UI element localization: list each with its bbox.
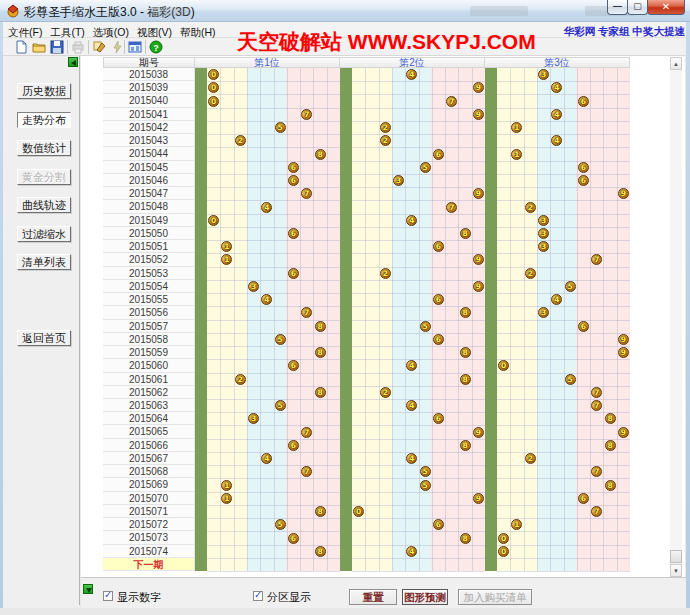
period-label: 2015043 xyxy=(103,134,195,147)
section-separator xyxy=(340,68,352,571)
number-ball: 5 xyxy=(565,374,576,385)
number-ball: 5 xyxy=(420,466,431,477)
number-ball: 7 xyxy=(301,109,312,120)
number-ball: 2 xyxy=(380,387,391,398)
minimize-button[interactable]: — xyxy=(607,0,628,15)
number-ball: 2 xyxy=(235,135,246,146)
sidebar-button-5[interactable]: 曲线轨迹 xyxy=(17,197,71,213)
number-ball: 2 xyxy=(525,268,536,279)
number-ball: 0 xyxy=(498,533,509,544)
number-ball: 8 xyxy=(605,413,616,424)
down-arrow-icon xyxy=(86,588,92,593)
number-ball: 5 xyxy=(275,334,286,345)
number-ball: 0 xyxy=(498,546,509,557)
open-folder-icon[interactable] xyxy=(32,40,46,54)
number-ball: 8 xyxy=(315,347,326,358)
period-label: 2015051 xyxy=(103,240,195,253)
left-arrow-icon xyxy=(71,60,76,66)
period-label: 2015042 xyxy=(103,121,195,134)
scroll-up-button[interactable]: ▲ xyxy=(670,57,682,70)
title-bar: 彩尊圣手缩水王版3.0 - 福彩(3D) — ▢ ✕ xyxy=(0,0,690,22)
number-ball: 8 xyxy=(315,387,326,398)
period-label: 2015039 xyxy=(103,81,195,94)
close-button[interactable]: ✕ xyxy=(647,0,685,15)
number-ball: 6 xyxy=(288,533,299,544)
format-brush-icon[interactable] xyxy=(92,40,106,54)
number-ball: 6 xyxy=(578,96,589,107)
sidebar-button-4: 黄金分割 xyxy=(17,169,71,185)
vertical-scrollbar[interactable]: ▲ ▼ xyxy=(670,57,682,577)
ghost-window-text xyxy=(470,6,528,16)
scroll-thumb[interactable] xyxy=(670,550,682,563)
period-label: 2015062 xyxy=(103,386,195,399)
toolbar-separator xyxy=(88,40,89,54)
period-label: 2015063 xyxy=(103,399,195,412)
number-ball: 9 xyxy=(473,427,484,438)
sidebar-button-3[interactable]: 数值统计 xyxy=(17,140,71,156)
scroll-down-button[interactable]: ▼ xyxy=(670,564,682,577)
footer-button-1[interactable]: 重置 xyxy=(349,589,397,605)
period-label: 2015055 xyxy=(103,293,195,306)
section-separator xyxy=(195,68,207,571)
number-ball: 8 xyxy=(460,533,471,544)
number-ball: 9 xyxy=(473,109,484,120)
number-ball: 6 xyxy=(578,321,589,332)
number-ball: 0 xyxy=(208,215,219,226)
number-ball: 9 xyxy=(473,281,484,292)
period-label: 2015071 xyxy=(103,505,195,518)
checkbox-label-1: 显示数字 xyxy=(117,590,161,605)
sidebar-button-8[interactable]: 返回首页 xyxy=(17,330,71,346)
header-links[interactable]: 华彩网 专家组 中奖大提速 xyxy=(564,25,685,39)
app-window: 彩尊圣手缩水王版3.0 - 福彩(3D) — ▢ ✕ 文件(F)工具(T)选项(… xyxy=(0,0,690,615)
number-ball: 3 xyxy=(538,228,549,239)
number-ball: 6 xyxy=(288,162,299,173)
new-file-icon[interactable] xyxy=(14,40,28,54)
number-ball: 5 xyxy=(565,281,576,292)
number-ball: 3 xyxy=(248,281,259,292)
svg-text:?: ? xyxy=(153,43,159,53)
number-ball: 6 xyxy=(288,175,299,186)
sidebar-button-2[interactable]: 走势分布 xyxy=(17,112,71,128)
section-separator xyxy=(485,68,497,571)
checkbox-2[interactable]: ✓ xyxy=(253,591,263,601)
number-ball: 5 xyxy=(420,162,431,173)
lightning-icon[interactable] xyxy=(110,40,124,54)
toolbar-separator xyxy=(145,40,146,54)
number-ball: 1 xyxy=(221,480,232,491)
number-ball: 9 xyxy=(618,427,629,438)
number-ball: 6 xyxy=(433,149,444,160)
sidebar-collapse-toggle[interactable] xyxy=(68,57,78,67)
print-icon[interactable] xyxy=(71,40,85,54)
col-header-pos1: 第1位 xyxy=(195,57,340,68)
sidebar-button-7[interactable]: 清单列表 xyxy=(17,254,71,270)
number-ball: 9 xyxy=(618,334,629,345)
period-label: 2015048 xyxy=(103,200,195,213)
number-ball: 2 xyxy=(235,374,246,385)
toolbar-separator xyxy=(67,40,68,54)
number-ball: 8 xyxy=(315,149,326,160)
bottom-collapse-toggle[interactable] xyxy=(83,584,93,594)
checkbox-label-2: 分区显示 xyxy=(267,590,311,605)
col-header-pos2: 第2位 xyxy=(340,57,485,68)
period-label: 2015069 xyxy=(103,478,195,491)
number-ball: 0 xyxy=(208,96,219,107)
sidebar-button-1[interactable]: 历史数据 xyxy=(17,83,71,99)
help-icon[interactable]: ? xyxy=(149,40,163,54)
number-ball: 8 xyxy=(460,440,471,451)
sidebar: 历史数据走势分布数值统计黄金分割曲线轨迹过滤缩水清单列表返回首页 xyxy=(3,56,80,605)
period-label: 2015064 xyxy=(103,412,195,425)
period-label: 2015058 xyxy=(103,333,195,346)
sidebar-button-6[interactable]: 过滤缩水 xyxy=(17,226,71,242)
maximize-button[interactable]: ▢ xyxy=(627,0,648,15)
period-label: 2015059 xyxy=(103,346,195,359)
period-label: 2015070 xyxy=(103,492,195,505)
period-label: 2015074 xyxy=(103,545,195,558)
period-label: 2015044 xyxy=(103,147,195,160)
number-ball: 8 xyxy=(605,440,616,451)
period-label: 2015052 xyxy=(103,253,195,266)
save-icon[interactable] xyxy=(50,40,64,54)
number-ball: 8 xyxy=(315,506,326,517)
checkbox-1[interactable]: ✓ xyxy=(103,591,113,601)
footer-button-2[interactable]: 图形预测 xyxy=(402,589,448,605)
chart-window-icon[interactable] xyxy=(128,40,142,54)
